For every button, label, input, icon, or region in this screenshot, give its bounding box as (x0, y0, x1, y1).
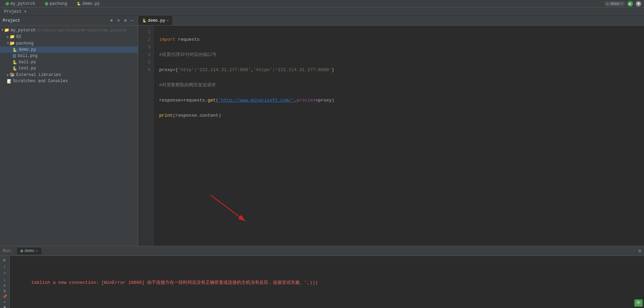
py-icon: 🐍 (77, 2, 81, 6)
titlebar-tab-label3: demo.py (82, 1, 99, 6)
titlebar-tab-my_pytorch[interactable]: my_pytorch (3, 1, 38, 7)
ime-indicator: 中 (634, 299, 643, 307)
sidebar-list-btn[interactable]: ≡ (116, 18, 121, 23)
titlebar-tab-label: my_pytorch (10, 1, 35, 6)
run-config-selector[interactable]: ▶ demo ▾ (605, 1, 625, 6)
editor-tabs: 🐍 demo.py ✕ (138, 16, 644, 26)
sidebar-title: Project (3, 18, 20, 23)
tree-ballpy-label: ball.py (19, 60, 36, 65)
run-button[interactable]: ▶ (627, 1, 633, 7)
png-file-icon: 🖼 (12, 54, 16, 58)
tree-file-demo-py[interactable]: 🐍 demo.py (0, 47, 138, 53)
tree-external-libraries[interactable]: ▶ 📚 External Libraries (0, 71, 138, 78)
run-controls: ▶ ↑ ■ ↓ ≡ ⊟ 📌 ↩ 🗑 (0, 256, 10, 308)
py-file-icon: 🐍 (12, 48, 17, 52)
run-label: Run: (3, 249, 13, 253)
folder-icon: 📁 (4, 28, 9, 33)
sidebar-toolbar: ⊕ ≡ ⚙ — (109, 18, 135, 23)
line-num-1: 1 (138, 28, 151, 36)
sidebar-gear-btn[interactable]: ⚙ (123, 18, 128, 23)
external-lib-icon: 📚 (10, 72, 15, 77)
menu-project[interactable]: Project ▾ (1, 8, 29, 15)
menubar: Project ▾ (0, 8, 644, 16)
tab-close-icon[interactable]: ✕ (166, 19, 169, 23)
tree-ext-label: External Libraries (16, 73, 61, 77)
folder-02-icon: 📁 (10, 34, 15, 39)
run-config-icon: ▶ (607, 2, 609, 6)
run-clear-btn[interactable]: 🗑 (1, 306, 8, 308)
keyword-import: import (159, 37, 175, 42)
editor-area: 🐍 demo.py ✕ 1 2 3 4 5 6 import requests … (138, 16, 644, 246)
editor-tab-label: demo.py (148, 18, 165, 23)
var-content: content (200, 113, 219, 118)
line-numbers: 1 2 3 4 5 6 (138, 26, 154, 246)
project-dot-icon (6, 2, 9, 6)
tree-file-ball-py[interactable]: 🐍 ball.py (0, 59, 138, 65)
stop-button[interactable]: ■ (636, 1, 641, 7)
comment-line2: #设置代理IP与对应的端口号 (159, 52, 217, 57)
chevron-icon: ▼ (1, 28, 3, 32)
code-content[interactable]: import requests #设置代理IP与对应的端口号 proxy={'h… (154, 26, 644, 246)
titlebar-left: my_pytorch pachong 🐍 demo.py (3, 1, 103, 7)
tree-scratches-consoles[interactable]: 📝 Scratches and Consoles (0, 78, 138, 84)
comment-line4: #对需要爬取的网页发送请求 (159, 83, 216, 88)
run-down-btn[interactable]: ↓ (1, 277, 8, 282)
error-output: tablish a new connection: [WinError 1006… (31, 280, 318, 285)
titlebar-tab-demo[interactable]: 🐍 demo.py (74, 1, 102, 7)
chevron-icon-02: ▶ (7, 35, 9, 39)
run-pin-btn[interactable]: 📌 (1, 295, 8, 299)
string-http-key: 'http' (178, 67, 194, 73)
sidebar-add-btn[interactable]: ⊕ (109, 18, 114, 23)
run-dot-icon (20, 250, 23, 252)
chevron-icon-pachong: ▼ (7, 41, 9, 45)
code-editor: 1 2 3 4 5 6 import requests #设置代理IP与对应的端… (138, 26, 644, 246)
line-num-6: 6 (138, 66, 151, 74)
line-num-5: 5 (138, 59, 151, 66)
tree-file-ball-png[interactable]: 🖼 ball.png (0, 53, 138, 59)
func-print: print (159, 113, 173, 118)
module-requests2: requests (183, 98, 205, 103)
editor-tab-demo-py[interactable]: 🐍 demo.py ✕ (138, 16, 173, 25)
titlebar-tab-pachong[interactable]: pachong (42, 1, 70, 7)
url-string: 'http://www.mingrisoft.com/' (219, 98, 294, 103)
run-play-btn[interactable]: ▶ (1, 257, 8, 263)
bottom-content: ▶ ↑ ■ ↓ ≡ ⊟ 📌 ↩ 🗑 tablish a new connecti… (0, 256, 644, 308)
tree-folder-pachong[interactable]: ▼ 📂 pachong (0, 40, 138, 47)
sidebar-minimize-btn[interactable]: — (129, 18, 135, 23)
scratch-icon: 📝 (7, 79, 12, 84)
bottom-tab-label: demo (25, 249, 35, 253)
run-scroll-lock-btn[interactable]: ⊟ (1, 289, 8, 293)
titlebar: my_pytorch pachong 🐍 demo.py ▶ demo ▾ ▶ … (0, 0, 644, 8)
var-proxy-ref: proxy (318, 98, 331, 103)
folder-pachong-icon: 📂 (10, 41, 15, 46)
py-test-icon: 🐍 (12, 66, 17, 71)
sidebar-header: Project ⊕ ≡ ⚙ — (0, 16, 138, 26)
chevron-ext-icon: ▶ (7, 73, 9, 77)
tree-ballpng-label: ball.png (18, 54, 38, 58)
bottom-tab-demo[interactable]: demo ✕ (17, 248, 41, 254)
tree-testpy-label: test.py (19, 66, 36, 71)
var-proxy: proxy (159, 67, 173, 73)
run-stop-btn[interactable]: ■ (1, 271, 8, 276)
line-num-4: 4 (138, 51, 151, 59)
tree-file-test-py[interactable]: 🐍 test.py (0, 65, 138, 71)
tree-folder-02[interactable]: ▶ 📁 02 (0, 33, 138, 40)
tree-demo-label: demo.py (19, 47, 36, 52)
bottom-tabs: Run: demo ✕ ⚙ (0, 246, 644, 256)
var-response-ref: response (175, 113, 197, 118)
string-https-key: 'https' (253, 67, 272, 73)
tree-path-label: E:\Users\aoc\PycharmProjects\my_pytorch (38, 28, 126, 32)
bottom-tab-close-icon[interactable]: ✕ (36, 249, 38, 253)
tree-item-label: my_pytorch (11, 28, 36, 33)
run-wrap-btn[interactable]: ↩ (1, 300, 8, 304)
var-response: response (159, 98, 181, 103)
file-tree: ▼ 📁 my_pytorch E:\Users\aoc\PycharmProje… (0, 26, 138, 246)
run-filter-btn[interactable]: ≡ (1, 284, 8, 288)
run-up-btn[interactable]: ↑ (1, 264, 8, 269)
tree-root-folder[interactable]: ▼ 📁 my_pytorch E:\Users\aoc\PycharmProje… (0, 27, 138, 33)
string-http-val: '122.114.31.177:808' (197, 67, 251, 73)
bottom-panel: Run: demo ✕ ⚙ ▶ ↑ ■ ↓ ≡ ⊟ 📌 ↩ 🗑 (0, 246, 644, 308)
string-https-val: '122.114.31.177:8080' (275, 67, 332, 73)
line-num-3: 3 (138, 44, 151, 51)
bottom-settings-icon[interactable]: ⚙ (638, 248, 641, 254)
